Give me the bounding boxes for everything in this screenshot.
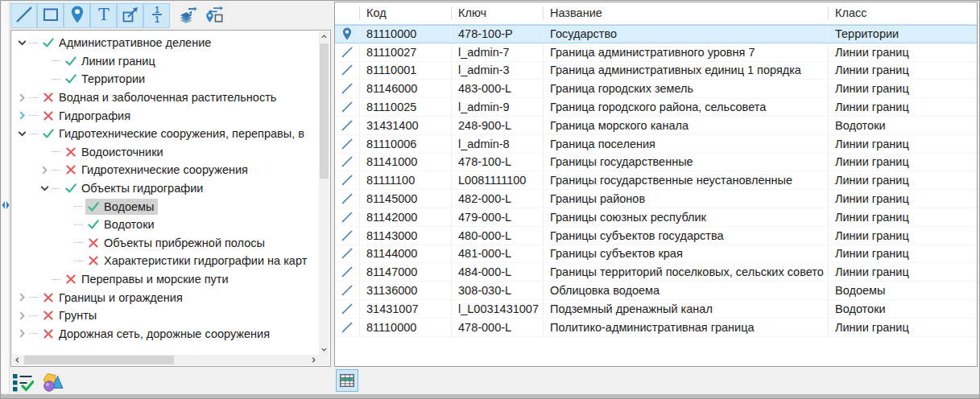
cross-icon[interactable] — [87, 237, 100, 249]
scroll-right-icon[interactable] — [308, 355, 319, 365]
check-icon[interactable] — [64, 55, 77, 68]
cell-code: 81145000 — [359, 190, 451, 208]
table-view-button[interactable] — [336, 369, 358, 392]
tree-item: Административное деление — [13, 34, 318, 52]
chevron-right-icon[interactable] — [16, 110, 27, 121]
layer-tree-panel: Административное делениеЛинии границТерр… — [10, 30, 331, 367]
point-tool-button[interactable] — [64, 3, 90, 28]
chevron-down-icon[interactable] — [16, 37, 27, 48]
layers-swap-tool-button[interactable] — [174, 3, 201, 28]
table-row[interactable]: 81110000478-000-LПолитико-административн… — [335, 319, 977, 337]
column-header-code[interactable]: Код — [359, 6, 451, 20]
cross-icon[interactable] — [64, 273, 77, 286]
cell-name: Государство — [543, 26, 828, 43]
cross-icon[interactable] — [42, 327, 55, 340]
panel-splitter[interactable] — [2, 2, 10, 393]
cell-class: Водотоки — [828, 117, 977, 134]
chevron-right-icon[interactable] — [16, 292, 27, 303]
tree-item-target[interactable]: Дорожная сеть, дорожные сооружения — [40, 326, 274, 342]
table-row[interactable]: 31136000308-030-LОблицовка водоемаВодоем… — [335, 282, 977, 300]
scale-1-1-tool-button[interactable]: 11 — [143, 3, 170, 28]
line-tool-button[interactable] — [10, 3, 37, 28]
cross-icon[interactable] — [42, 109, 55, 122]
tree-item-target[interactable]: Территории — [63, 71, 149, 87]
tree-item-target[interactable]: Гидрография — [40, 108, 134, 124]
vector-tool-icon — [121, 5, 140, 27]
cross-icon[interactable] — [64, 163, 77, 176]
tree-item-selected[interactable]: Водоемы — [85, 199, 158, 215]
tree-item-target[interactable]: Объекты гидрографии — [63, 180, 207, 196]
table-row[interactable]: 81144000481-000-LГраницы субъектов краяЛ… — [335, 245, 977, 264]
tree-item-target[interactable]: Водная и заболоченная растительность — [40, 89, 280, 105]
table-row[interactable]: 81141000478-100-LГраницы государственные… — [335, 154, 977, 172]
chevron-right-icon[interactable] — [16, 328, 27, 339]
tree-indent — [39, 274, 50, 285]
cell-class: Линии границ — [828, 154, 977, 171]
column-header-name[interactable]: Название — [543, 6, 828, 20]
splitter-collapse-icon[interactable] — [1, 200, 10, 211]
column-header-key[interactable]: Ключ — [451, 6, 543, 20]
tree-item-target[interactable]: Административное деление — [40, 35, 215, 51]
object-shapes-button[interactable] — [40, 370, 64, 393]
tree-item-target[interactable]: Водоисточники — [63, 144, 167, 160]
check-icon[interactable] — [42, 127, 55, 140]
tree-vertical-scrollbar[interactable] — [319, 31, 329, 355]
table-row[interactable]: 81110001l_admin-3Граница административны… — [335, 62, 977, 80]
check-icon[interactable] — [87, 200, 100, 213]
table-row[interactable]: 31431007l_L0031431007Подземный дренажный… — [335, 300, 977, 319]
tree-item-label: Переправы и морские пути — [81, 273, 229, 286]
line-object-icon — [335, 300, 359, 318]
cross-icon[interactable] — [87, 254, 100, 267]
check-icon[interactable] — [64, 182, 77, 195]
table-row[interactable]: 81142000479-000-LГраницы союзных республ… — [335, 208, 977, 227]
check-icon[interactable] — [42, 36, 55, 49]
cell-key: 478-000-L — [451, 319, 543, 336]
table-row[interactable]: 81145000482-000-LГраницы районовЛинии гр… — [335, 190, 977, 208]
chevron-right-icon[interactable] — [39, 164, 50, 175]
cross-icon[interactable] — [42, 309, 55, 322]
rectangle-tool-button[interactable] — [37, 3, 64, 28]
chevron-down-icon[interactable] — [39, 183, 50, 194]
tree-item-target[interactable]: Водотоки — [85, 216, 159, 232]
tree-item-target[interactable]: Гидротехнические сооружения — [63, 162, 252, 178]
table-row[interactable]: 81110027l_admin-7Граница административно… — [335, 43, 977, 62]
scroll-up-icon[interactable] — [319, 31, 329, 42]
tree-item-target[interactable]: Грунты — [40, 307, 101, 323]
column-header-class[interactable]: Класс — [828, 6, 977, 20]
table-row[interactable]: 31431400248-900-LГраница морского канала… — [335, 117, 977, 135]
cross-icon[interactable] — [64, 146, 77, 158]
table-row[interactable]: 81111100L0081111100Границы государственн… — [335, 171, 977, 190]
table-row[interactable]: 81110025l_admin-9Граница городского райо… — [335, 98, 977, 117]
check-icon[interactable] — [87, 218, 100, 231]
tree-item-target[interactable]: Линии границ — [63, 53, 159, 69]
horizontal-scroll-thumb[interactable] — [24, 356, 174, 364]
table-row[interactable]: 81110006l_admin-8Граница поселенияЛинии … — [335, 135, 977, 154]
text-tool-button[interactable]: T — [90, 3, 117, 28]
vector-tool-button[interactable] — [117, 3, 143, 28]
object-swap-tool-button[interactable] — [201, 3, 227, 28]
tree-item-target[interactable]: Переправы и морские пути — [63, 271, 233, 287]
tree-horizontal-scrollbar[interactable] — [12, 355, 319, 365]
tree-connector — [74, 242, 83, 243]
cell-code: 81110025 — [359, 98, 451, 116]
tree-item-target[interactable]: Характеристики гидрографии на карт — [85, 253, 311, 269]
table-row[interactable]: 81146000483-000-LГраница городских земел… — [335, 80, 977, 98]
table-row[interactable]: 81147000484-000-LГраницы территорий посе… — [335, 263, 977, 282]
table-row[interactable]: 81143000480-000-LГраницы субъектов госуд… — [335, 227, 977, 245]
vertical-scroll-thumb[interactable] — [320, 43, 329, 179]
chevron-right-icon[interactable] — [16, 310, 27, 321]
chevron-right-icon[interactable] — [16, 92, 27, 103]
scroll-left-icon[interactable] — [12, 355, 23, 365]
chevron-down-icon[interactable] — [16, 128, 27, 139]
cross-icon[interactable] — [42, 91, 55, 104]
check-icon[interactable] — [64, 72, 77, 85]
table-row-selected[interactable]: 81110000478-100-PГосударствоТерритории — [335, 25, 977, 43]
tree-item-target[interactable]: Гидротехнические сооружения, переправы, … — [40, 125, 308, 142]
cell-class: Водотоки — [828, 300, 977, 318]
cell-class: Линии границ — [828, 208, 977, 226]
cross-icon[interactable] — [42, 291, 55, 304]
object-list-check-button[interactable] — [10, 370, 35, 393]
tree-item-target[interactable]: Объекты прибрежной полосы — [85, 235, 269, 251]
scroll-down-icon[interactable] — [319, 344, 329, 355]
tree-item-target[interactable]: Границы и ограждения — [40, 290, 187, 306]
